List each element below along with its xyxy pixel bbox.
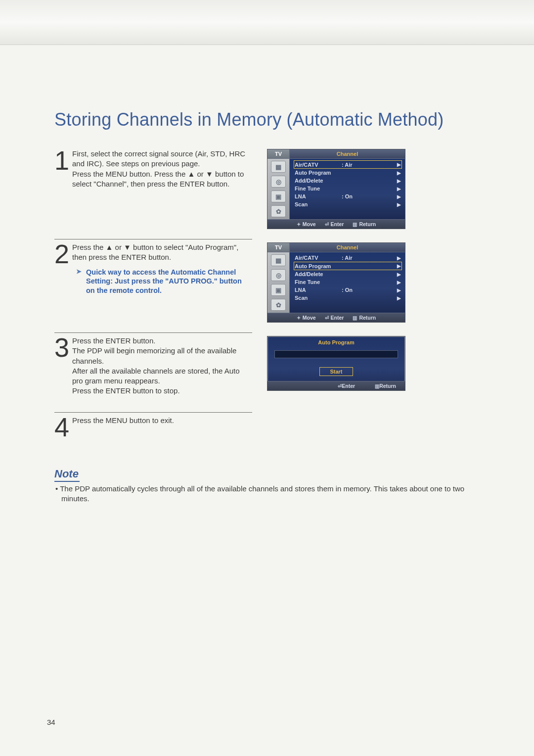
osd-item-auto-program[interactable]: Auto Program▶ xyxy=(294,262,402,270)
osd-item-fine-tune[interactable]: Fine Tune▶ xyxy=(294,185,402,192)
page-title: Storing Channels in Memory (Automatic Me… xyxy=(54,109,487,130)
osd-items: Air/CATV: Air▶ Auto Program▶ Add/Delete▶… xyxy=(290,159,405,219)
osd-item-lna[interactable]: LNA: On▶ xyxy=(294,192,402,200)
note-heading: Note xyxy=(54,468,80,482)
note-section: Note • The PDP automatically cycles thro… xyxy=(54,443,487,504)
step-1-row: 1 First, select the correct signal sourc… xyxy=(54,149,487,229)
picture-icon: ▦ xyxy=(271,161,286,173)
chevron-right-icon: ▶ xyxy=(397,263,401,269)
step-1-number: 1 xyxy=(54,150,69,171)
osd-item-add-delete[interactable]: Add/Delete▶ xyxy=(294,177,402,185)
osd-item-lna[interactable]: LNA: On▶ xyxy=(294,286,402,294)
note-body: • The PDP automatically cycles through a… xyxy=(54,484,487,504)
step-2-number: 2 xyxy=(54,243,69,265)
osd-channel-menu-1: TV Channel ▦ ◎ ▣ ✿ Air/CATV: Air▶ Auto P… xyxy=(267,149,405,229)
header-band xyxy=(0,0,534,45)
divider xyxy=(54,332,252,333)
osd-auto-enter: Enter xyxy=(342,383,355,389)
divider xyxy=(54,239,252,239)
page-number: 34 xyxy=(47,718,55,726)
osd-foot-return: Return xyxy=(359,315,376,321)
osd-items: Air/CATV: Air▶ Auto Program▶ Add/Delete▶… xyxy=(290,252,405,313)
chevron-right-icon: ▶ xyxy=(397,170,401,176)
osd-foot-enter: Enter xyxy=(331,315,344,321)
setup-icon: ✿ xyxy=(271,299,286,311)
osd-item-air-catv[interactable]: Air/CATV: Air▶ xyxy=(294,160,402,169)
return-icon: ▥ xyxy=(353,315,357,321)
chevron-right-icon: ▶ xyxy=(397,287,401,293)
osd-item-label: Air/CATV xyxy=(295,255,342,261)
osd-item-value: : Air xyxy=(342,162,397,168)
step-1-text: First, select the correct signal source … xyxy=(72,149,252,189)
step-3-number: 3 xyxy=(54,337,69,358)
progress-bar xyxy=(274,350,398,358)
move-icon: ✦ xyxy=(297,315,301,321)
osd-item-label: Air/CATV xyxy=(295,162,342,168)
osd-item-value: : On xyxy=(342,287,397,293)
osd-item-label: Fine Tune xyxy=(295,186,342,191)
osd-foot-enter: Enter xyxy=(331,221,344,227)
osd-foot-return: Return xyxy=(359,221,376,227)
osd-item-value: : Air xyxy=(342,255,397,261)
enter-icon: ⏎ xyxy=(325,315,329,321)
osd-item-label: Add/Delete xyxy=(295,271,342,277)
osd-item-fine-tune[interactable]: Fine Tune▶ xyxy=(294,278,402,286)
sound-icon: ◎ xyxy=(271,269,286,281)
chevron-right-icon: ▶ xyxy=(397,255,401,261)
chevron-right-icon: ▶ xyxy=(397,295,401,301)
picture-icon: ▦ xyxy=(271,254,286,266)
step-3-text: Press the ENTER button. The PDP will beg… xyxy=(72,336,252,396)
chevron-right-icon: ▶ xyxy=(397,178,401,184)
step-2-row: 2 Press the ▲ or ▼ button to select "Aut… xyxy=(54,242,487,323)
chevron-right-icon: ▶ xyxy=(397,280,401,285)
osd-tab-tv: TV xyxy=(267,149,290,158)
step-2-text: Press the ▲ or ▼ button to select "Auto … xyxy=(72,242,252,295)
osd-item-value: : On xyxy=(342,193,397,199)
osd-item-scan[interactable]: Scan▶ xyxy=(294,200,402,208)
channel-icon: ▣ xyxy=(271,284,286,296)
osd-auto-program: Auto Program Start ⏎Enter ▥Return xyxy=(267,336,405,391)
osd-foot-move: Move xyxy=(303,221,316,227)
osd-item-label: Auto Program xyxy=(295,263,342,269)
osd-item-label: Auto Program xyxy=(295,170,342,176)
start-button[interactable]: Start xyxy=(319,367,353,376)
chevron-right-icon: ▶ xyxy=(397,162,401,167)
osd-footer: ✦Move ⏎Enter ▥Return xyxy=(267,219,405,229)
osd-footer: ✦Move ⏎Enter ▥Return xyxy=(267,313,405,322)
step-3-row: 3 Press the ENTER button. The PDP will b… xyxy=(54,336,487,402)
osd-item-add-delete[interactable]: Add/Delete▶ xyxy=(294,270,402,278)
osd-item-label: Scan xyxy=(295,295,342,301)
sound-icon: ◎ xyxy=(271,176,286,188)
osd-item-label: LNA xyxy=(295,287,342,293)
osd-item-scan[interactable]: Scan▶ xyxy=(294,294,402,302)
osd-tab-tv: TV xyxy=(267,243,290,252)
osd-item-auto-program[interactable]: Auto Program▶ xyxy=(294,169,402,177)
osd-title-channel: Channel xyxy=(290,149,405,158)
step-2-tip: Quick way to access the Automatic Channe… xyxy=(72,268,252,296)
chevron-right-icon: ▶ xyxy=(397,202,401,207)
osd-auto-return: Return xyxy=(379,383,396,389)
osd-auto-footer: ⏎Enter ▥Return xyxy=(267,381,405,390)
osd-channel-menu-2: TV Channel ▦ ◎ ▣ ✿ Air/CATV: Air▶ Auto P… xyxy=(267,242,405,323)
osd-sidebar-icons: ▦ ◎ ▣ ✿ xyxy=(267,159,290,219)
step-4-text: Press the MENU button to exit. xyxy=(72,416,253,425)
osd-sidebar-icons: ▦ ◎ ▣ ✿ xyxy=(267,252,290,313)
move-icon: ✦ xyxy=(297,222,301,227)
osd-item-label: LNA xyxy=(295,193,342,199)
step-4-number: 4 xyxy=(54,417,69,438)
osd-item-air-catv[interactable]: Air/CATV: Air▶ xyxy=(294,254,402,262)
osd-foot-move: Move xyxy=(303,315,316,321)
channel-icon: ▣ xyxy=(271,190,286,202)
osd-auto-title: Auto Program xyxy=(267,336,405,350)
osd-title-channel: Channel xyxy=(290,243,405,252)
page-content: Storing Channels in Memory (Automatic Me… xyxy=(0,45,534,523)
chevron-right-icon: ▶ xyxy=(397,186,401,191)
return-icon: ▥ xyxy=(375,383,379,389)
osd-item-label: Add/Delete xyxy=(295,178,342,184)
chevron-right-icon: ▶ xyxy=(397,272,401,277)
setup-icon: ✿ xyxy=(271,205,286,217)
step-2-body: Press the ▲ or ▼ button to select "Auto … xyxy=(72,243,238,261)
divider xyxy=(54,412,252,413)
enter-icon: ⏎ xyxy=(325,222,329,227)
return-icon: ▥ xyxy=(353,222,357,227)
